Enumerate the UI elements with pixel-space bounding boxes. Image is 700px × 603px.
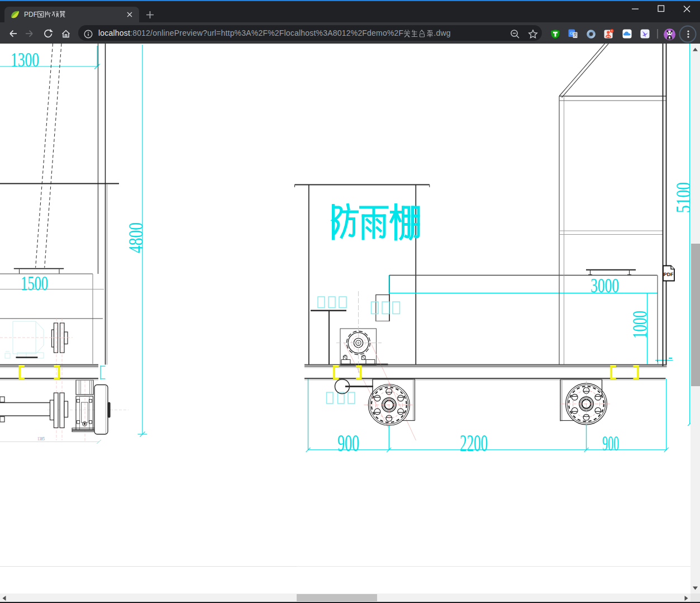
svg-text:1500: 1500 xyxy=(21,272,48,295)
svg-text:2200: 2200 xyxy=(460,430,488,456)
svg-text:G: G xyxy=(570,31,573,36)
svg-text:900: 900 xyxy=(602,431,619,455)
svg-text:900: 900 xyxy=(337,430,359,456)
svg-text:PDF: PDF xyxy=(664,271,674,277)
svg-text:1385: 1385 xyxy=(37,436,45,441)
svg-text:4800: 4800 xyxy=(125,222,147,253)
svg-text:1300: 1300 xyxy=(11,49,39,71)
